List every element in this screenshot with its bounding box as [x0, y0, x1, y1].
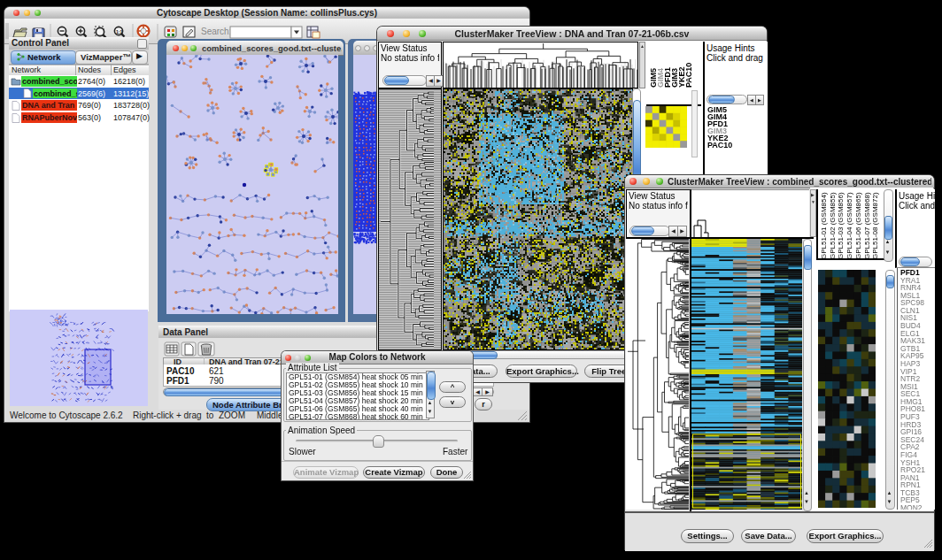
svg-text:1:1: 1:1 — [116, 29, 122, 35]
svg-text:Search:: Search: — [201, 27, 231, 36]
